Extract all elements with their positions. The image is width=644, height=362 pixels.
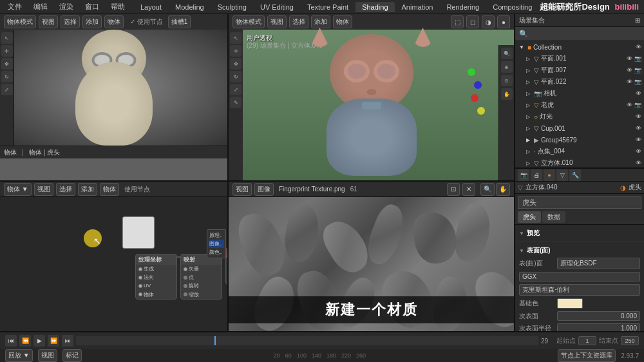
visibility-icon-2[interactable]: 👁 [627,67,632,73]
tc-tool-select[interactable]: ↖ [230,32,242,44]
mode-select-tc[interactable]: 物体模式 [232,15,265,28]
iv-ctrl2[interactable]: ✋ [496,183,510,196]
props-tab-main[interactable]: 虎头 [518,211,541,223]
playback-btn[interactable]: 回放 ▼ [5,349,33,362]
object-btn-tc[interactable]: 物体 [333,15,352,28]
menu-edit[interactable]: 编辑 [28,1,53,13]
menu-render[interactable]: 渲染 [54,1,79,13]
slot-btn-tl[interactable]: 插槽1 [168,15,191,28]
select-btn-tc[interactable]: 选择 [289,15,308,28]
ggx-dropdown[interactable]: GGX [519,272,640,281]
node-texture-coord[interactable]: 纹理坐标 生成 法向 UV 物体 [135,254,177,300]
render-icon-3[interactable]: 📷 [634,79,641,85]
visibility-icon-6[interactable]: 👁 [636,113,641,120]
visibility-icon-3[interactable]: 👁 [627,79,632,85]
outliner-item-pointcloud[interactable]: ▷ · 点集_004 👁 [522,146,644,157]
tab-shading[interactable]: Shading [355,2,394,12]
timeline-play-begin[interactable]: ⏮ [5,335,17,347]
menu-file[interactable]: 文件 [3,1,27,13]
christensen-dropdown[interactable]: 克里斯坦森·伯利 [519,284,640,296]
tc-tool-move[interactable]: ✥ [230,58,242,70]
render-icon-2[interactable]: 📷 [634,67,641,73]
node-view-btn[interactable]: 视图 [34,183,53,196]
tc-right-icon1[interactable]: 🔍 [501,48,513,59]
tab-uv-editing[interactable]: UV Editing [254,2,300,12]
node-mode-btn[interactable]: 物体 ▼ [4,183,32,196]
visibility-icon-1[interactable]: 👁 [627,55,632,62]
outliner-item-group[interactable]: ▶ ▶ Group45679 👁 [522,134,644,146]
tool-select[interactable]: ↖ [1,32,13,44]
node-dd-item3[interactable]: 颜色.. [209,248,224,256]
select-btn-tl[interactable]: 选择 [61,15,80,28]
node-dropdown-panel[interactable]: 原理.. 图像.. 颜色.. [207,229,226,258]
mark-btn[interactable]: 标记 [62,349,82,362]
props-icon-render[interactable]: 📷 [518,169,529,181]
tab-rendering[interactable]: Rendering [440,2,486,12]
add-btn-tc[interactable]: 添加 [311,15,330,28]
tool-scale[interactable]: ⤢ [1,84,13,95]
visibility-icon-4[interactable]: 👁 [636,90,641,97]
node-dd-item2[interactable]: 图像.. [209,240,224,248]
visibility-icon-5[interactable]: 👁 [627,102,632,108]
view-type-btn[interactable]: ⬚ [451,15,464,28]
iv-close[interactable]: ✕ [462,183,475,196]
props-tab-data[interactable]: 数据 [542,211,565,223]
outliner-item-plane007[interactable]: ▷ ▽ 平面.007 👁 📷 [522,64,644,76]
tab-layout[interactable]: Layout [134,2,168,12]
tab-animation[interactable]: Animation [395,2,440,12]
shading-btn3[interactable]: ● [497,15,510,28]
timeline-frame-start[interactable]: 1 [578,336,596,345]
iv-ctrl1[interactable]: 🔍 [480,183,495,196]
tc-tool-annotate[interactable]: ✎ [230,97,242,108]
tab-modeling[interactable]: Modeling [169,2,211,12]
base-color-swatch[interactable] [557,298,583,309]
shading-btn1[interactable]: ◻ [466,15,479,28]
props-icon-modifier[interactable]: 🔧 [569,169,581,181]
character-scene[interactable]: 用户透视 (29) 场景集合 | 立方体.040 [229,30,514,180]
iv-zoom-fit[interactable]: ⊡ [447,183,460,196]
tc-right-icon2[interactable]: ⊕ [501,61,513,73]
timeline-play-end[interactable]: ⏭ [62,335,73,347]
node-add-btn[interactable]: 添加 [78,183,97,196]
tc-right-icon4[interactable]: ✋ [501,88,513,100]
visibility-icon-8[interactable]: 👁 [636,137,641,143]
node-select-btn[interactable]: 选择 [56,183,75,196]
object-btn-tl[interactable]: 物体 [104,15,124,28]
outliner-search-input[interactable] [531,30,640,37]
visibility-icon-9[interactable]: 👁 [636,148,641,155]
subsurface-value[interactable]: 0.000 [557,311,640,321]
iv-view-btn[interactable]: 视图 [232,183,252,196]
viewport-mode-select-topleft[interactable]: 物体模式 [4,15,36,28]
add-btn-tl[interactable]: 添加 [82,15,102,28]
outliner-item-collection[interactable]: ▼ ■ Collection 👁 [515,41,644,53]
render-icon-5[interactable]: 📷 [634,102,641,108]
visibility-icon-10[interactable]: 👁 [636,160,641,166]
material-name-field[interactable]: 虎头 [518,196,641,209]
view-btn-tc[interactable]: 视图 [267,15,287,28]
view-label-btn[interactable]: 视图 [38,349,57,362]
tab-texture-paint[interactable]: Texture Paint [301,2,355,12]
menu-window[interactable]: 窗口 [80,1,104,13]
outliner-item-plane022[interactable]: ▷ ▽ 平面.022 👁 📷 [522,76,644,88]
section-preview-title[interactable]: ▼ 预览 [519,227,640,239]
tc-right-icon3[interactable]: ⊙ [501,75,513,86]
tool-cursor[interactable]: ✛ [1,45,13,57]
tool-rotate[interactable]: ↻ [1,71,13,82]
timeline-play-btn[interactable]: ▶ [33,335,45,347]
props-icon-material[interactable]: ● [544,169,555,181]
tool-move[interactable]: ✥ [1,58,13,70]
visibility-icon-7[interactable]: 👁 [636,125,641,131]
timeline-track[interactable] [76,336,538,345]
props-icon-object[interactable]: ▽ [556,169,568,181]
menu-help[interactable]: 帮助 [106,1,130,13]
tab-compositing[interactable]: Compositing [486,2,538,12]
outliner-item-plane001[interactable]: ▷ ▽ 平面.001 👁 📷 [522,53,644,64]
tc-tool-rotate[interactable]: ↻ [230,71,242,82]
tc-tool-cursor[interactable]: ✛ [230,45,242,57]
filter-icon[interactable]: ⊞ [635,17,640,24]
shading-btn2[interactable]: ◑ [482,15,495,28]
render-icon-1[interactable]: 📷 [634,55,641,62]
tc-tool-scale[interactable]: ⤢ [230,84,242,95]
visibility-icon-0[interactable]: 👁 [636,44,641,50]
tab-sculpting[interactable]: Sculpting [211,2,253,12]
